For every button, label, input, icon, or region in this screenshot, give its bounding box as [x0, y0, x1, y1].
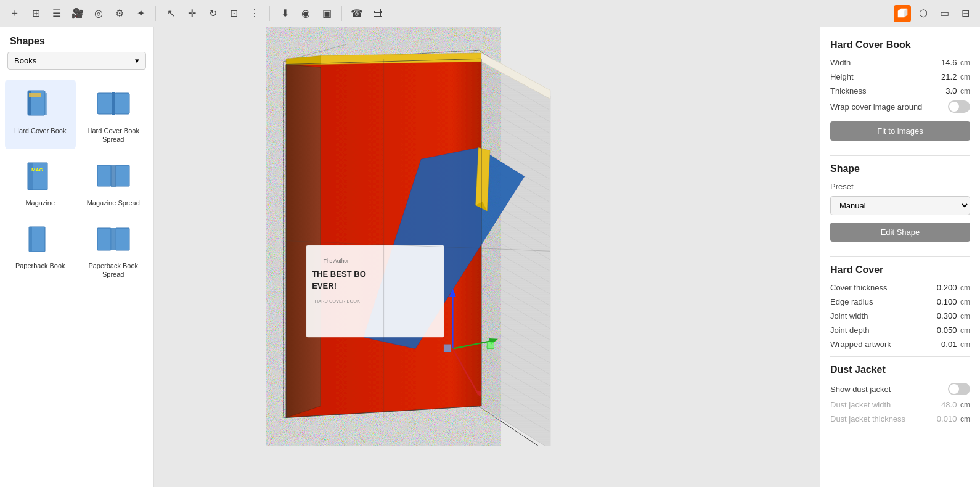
- shape-thumb-magazine-spread: [95, 158, 132, 195]
- svg-rect-84: [487, 342, 494, 348]
- anchor-icon[interactable]: ⋮: [246, 5, 263, 22]
- grid-icon[interactable]: ⊞: [27, 5, 44, 22]
- cover-thickness-label: Cover thickness: [830, 283, 887, 292]
- svg-rect-18: [97, 228, 111, 250]
- hamburger-icon[interactable]: ☰: [48, 5, 65, 22]
- svg-text:EVER!: EVER!: [312, 281, 337, 290]
- sun-icon[interactable]: ✦: [132, 5, 149, 22]
- dust-jacket-thickness-row: Dust jacket thickness 0.010 cm: [830, 414, 970, 424]
- gear-icon[interactable]: ⚙: [111, 5, 128, 22]
- svg-marker-33: [481, 59, 550, 446]
- dust-jacket-section-title: Dust Jacket: [830, 364, 970, 375]
- render-icon[interactable]: ▣: [318, 5, 335, 22]
- edge-radius-row: Edge radius 0.100 cm: [830, 297, 970, 306]
- layout-icon[interactable]: ⊟: [957, 5, 974, 22]
- shape-label-paperback-book: Paperback Book: [15, 261, 65, 270]
- show-dust-jacket-row: Show dust jacket: [830, 383, 970, 395]
- scale-icon[interactable]: ⊡: [225, 5, 242, 22]
- shape-label-hard-cover-spread: Hard Cover Book Spread: [82, 126, 145, 144]
- dust-jacket-thickness-label: Dust jacket thickness: [830, 414, 905, 424]
- divider2: [269, 6, 270, 21]
- plus-icon[interactable]: ＋: [6, 5, 23, 22]
- move-icon[interactable]: ✛: [183, 5, 200, 22]
- film-icon[interactable]: 🎞: [369, 5, 386, 22]
- preset-label: Preset: [830, 182, 854, 191]
- import-icon[interactable]: ⬇: [276, 5, 293, 22]
- shape-thumb-hard-cover-spread: [95, 86, 132, 123]
- shape-item-hard-cover-spread[interactable]: Hard Cover Book Spread: [78, 80, 149, 149]
- thickness-value: 3.0 cm: [945, 86, 970, 96]
- show-dust-jacket-toggle[interactable]: [948, 383, 970, 395]
- shape-thumb-magazine: MAG: [22, 158, 59, 195]
- joint-depth-value: 0.050 cm: [937, 325, 970, 335]
- shape-label-magazine: Magazine: [25, 198, 55, 207]
- shape-item-magazine[interactable]: MAG Magazine: [5, 152, 76, 212]
- preset-select[interactable]: Manual: [830, 196, 970, 215]
- shape-label-hard-cover-book: Hard Cover Book: [14, 126, 66, 135]
- edge-radius-value: 0.100 cm: [937, 297, 970, 306]
- shapes-grid: Hard Cover Book Hard Cover Book Spread: [0, 77, 153, 286]
- thickness-row: Thickness 3.0 cm: [830, 86, 970, 96]
- shapes-title: Shapes: [0, 27, 153, 52]
- svg-text:THE BEST BO: THE BEST BO: [312, 269, 366, 279]
- svg-text:The Author: The Author: [324, 258, 349, 264]
- panel-icon[interactable]: ▭: [936, 5, 953, 22]
- hand-icon[interactable]: ☎: [348, 5, 365, 22]
- book-3d-view: The Author THE BEST BO EVER! HARD COVER …: [154, 27, 573, 446]
- sphere-icon[interactable]: ◉: [297, 5, 314, 22]
- svg-rect-13: [97, 165, 111, 186]
- cursor-icon[interactable]: ↖: [162, 5, 179, 22]
- height-unit: cm: [960, 73, 970, 81]
- joint-depth-row: Joint depth 0.050 cm: [830, 325, 970, 335]
- rotate-icon[interactable]: ↻: [204, 5, 221, 22]
- divider3: [341, 6, 342, 21]
- shape-label-paperback-spread: Paperback Book Spread: [82, 261, 145, 279]
- dust-jacket-thickness-value: 0.010 cm: [937, 414, 970, 424]
- shape-thumb-paperback-spread: [95, 221, 132, 258]
- svg-rect-83: [444, 345, 451, 351]
- svg-rect-5: [29, 93, 41, 97]
- width-row: Width 14.6 cm: [830, 58, 970, 67]
- shape-item-magazine-spread[interactable]: Magazine Spread: [78, 152, 149, 212]
- edge-radius-label: Edge radius: [830, 297, 873, 306]
- toolbar: ＋ ⊞ ☰ 🎥 ◎ ⚙ ✦ ↖ ✛ ↻ ⊡ ⋮ ⬇ ◉ ▣ ☎ 🎞 ⬡ ▭ ⊟: [0, 0, 980, 27]
- wrapped-artwork-row: Wrapped artwork 0.01 cm: [830, 340, 970, 349]
- shape-label-magazine-spread: Magazine Spread: [87, 198, 140, 207]
- svg-text:HARD COVER BOOK: HARD COVER BOOK: [315, 298, 360, 304]
- wrap-label: Wrap cover image around: [830, 102, 922, 112]
- width-label: Width: [830, 58, 851, 67]
- hard-cover-section-title: Hard Cover: [830, 264, 970, 276]
- thickness-label: Thickness: [830, 86, 867, 96]
- dust-jacket-width-unit: cm: [960, 401, 970, 409]
- shape-item-paperback-book[interactable]: Paperback Book: [5, 215, 76, 284]
- shape-item-hard-cover-book[interactable]: Hard Cover Book: [5, 80, 76, 149]
- fit-to-images-button[interactable]: Fit to images: [830, 121, 970, 141]
- canvas-area[interactable]: The Author THE BEST BO EVER! HARD COVER …: [154, 27, 820, 487]
- camera-icon[interactable]: 🎥: [69, 5, 86, 22]
- divider2: [830, 256, 970, 257]
- shape-section-title: Shape: [830, 163, 970, 174]
- height-row: Height 21.2 cm: [830, 72, 970, 81]
- cube-icon[interactable]: [894, 5, 911, 22]
- divider3: [830, 356, 970, 357]
- target-icon[interactable]: ◎: [90, 5, 107, 22]
- wrap-row: Wrap cover image around: [830, 100, 970, 113]
- divider1: [155, 6, 156, 21]
- dropdown-value: Books: [14, 56, 36, 65]
- edge-radius-unit: cm: [960, 298, 970, 306]
- divider1: [830, 155, 970, 156]
- shape-thumb-paperback-book: [22, 221, 59, 258]
- wrap-toggle[interactable]: [948, 100, 970, 113]
- svg-text:MAG: MAG: [31, 167, 43, 173]
- width-value: 14.6 cm: [941, 58, 970, 67]
- shapes-dropdown[interactable]: Books ▾: [7, 52, 146, 70]
- width-unit: cm: [960, 59, 970, 67]
- sphere-icon2[interactable]: ⬡: [915, 5, 932, 22]
- shape-item-paperback-spread[interactable]: Paperback Book Spread: [78, 215, 149, 284]
- edit-shape-button[interactable]: Edit Shape: [830, 223, 970, 242]
- dust-jacket-width-value: 48.0 cm: [941, 400, 970, 409]
- svg-rect-6: [45, 93, 47, 115]
- show-dust-jacket-label: Show dust jacket: [830, 385, 891, 394]
- right-panel: Hard Cover Book Width 14.6 cm Height 21.…: [820, 27, 980, 487]
- joint-width-value: 0.300 cm: [937, 311, 970, 321]
